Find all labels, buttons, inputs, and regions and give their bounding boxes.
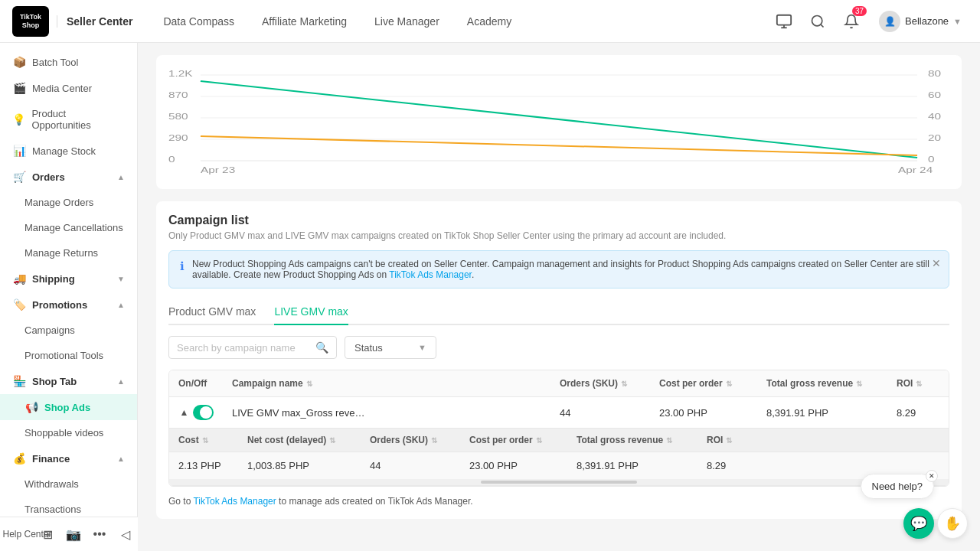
th-orders-sku[interactable]: Orders (SKU) ⇅ <box>550 370 650 396</box>
sidebar-section-orders[interactable]: 🛒 Orders ▲ <box>0 164 137 190</box>
campaign-list-description: Only Product GMV max and LIVE GMV max ca… <box>168 230 949 241</box>
sub-table-header: Cost ⇅ Net cost (delayed) ⇅ Orders (SKU)… <box>169 429 949 452</box>
info-banner-close-button[interactable]: ✕ <box>932 257 941 269</box>
user-avatar: 👤 <box>879 11 900 32</box>
username-label: Bellazone <box>905 15 949 27</box>
sub-sort-cost-icon: ⇅ <box>202 436 208 445</box>
search-input[interactable] <box>177 342 311 354</box>
sidebar-item-shoppable-videos[interactable]: Shoppable videos <box>0 420 137 445</box>
sidebar-item-batch-tool[interactable]: 📦 Batch Tool <box>0 49 137 75</box>
td-expand: ▲ <box>169 397 223 428</box>
sub-td-orders: 44 <box>361 452 460 479</box>
status-select[interactable]: Status ▼ <box>345 336 436 359</box>
nav-items: Data Compass Affiliate Marketing Live Ma… <box>151 9 772 34</box>
help-center-button[interactable]: ❓ Help Center <box>9 523 31 545</box>
sub-th-roi[interactable]: ROI ⇅ <box>697 429 759 452</box>
collapse-sidebar-button[interactable]: ◁ <box>115 523 136 545</box>
campaign-toggle[interactable] <box>193 405 214 420</box>
notification-icon-button[interactable]: 37 <box>839 9 864 34</box>
sub-th-cost[interactable]: Cost ⇅ <box>169 429 238 452</box>
sidebar-item-media-center[interactable]: 🎬 Media Center <box>0 75 137 101</box>
horizontal-scroll-bar[interactable] <box>481 481 637 484</box>
svg-text:Apr 23: Apr 23 <box>201 165 235 174</box>
product-opportunities-icon: 💡 <box>12 113 25 126</box>
sub-th-cost-per-order[interactable]: Cost per order ⇅ <box>460 429 567 452</box>
sidebar-item-withdrawals[interactable]: Withdrawals <box>0 471 137 497</box>
sidebar-section-shipping[interactable]: 🚚 Shipping ▼ <box>0 266 137 292</box>
tiktok-ads-manager-link-footer[interactable]: TikTok Ads Manager <box>193 496 276 507</box>
sidebar-section-finance[interactable]: 💰 Finance ▲ <box>0 445 137 471</box>
sidebar-item-manage-stock[interactable]: 📊 Manage Stock <box>0 138 137 164</box>
info-icon: ℹ <box>180 259 185 273</box>
nav-item-live-manager[interactable]: Live Manager <box>362 9 452 34</box>
sidebar-item-promotional-tools[interactable]: Promotional Tools <box>0 343 137 368</box>
svg-text:40: 40 <box>928 112 941 121</box>
search-icon-button[interactable] <box>805 9 830 34</box>
svg-point-3 <box>812 15 822 25</box>
svg-text:80: 80 <box>928 69 941 78</box>
main-layout: 📦 Batch Tool 🎬 Media Center 💡 Product Op… <box>0 0 980 551</box>
nav-item-affiliate-marketing[interactable]: Affiliate Marketing <box>250 9 359 34</box>
sort-revenue-icon: ⇅ <box>856 380 862 388</box>
sidebar-item-campaigns[interactable]: Campaigns <box>0 318 137 343</box>
nav-item-data-compass[interactable]: Data Compass <box>151 9 247 34</box>
tv-icon-button[interactable] <box>772 9 796 34</box>
sub-table-row: 2.13 PHP 1,003.85 PHP 44 23.00 PHP 8,391… <box>169 452 949 479</box>
performance-chart: 1.2K 870 580 290 0 80 60 40 20 0 <box>168 67 949 174</box>
sub-td-cpo: 23.00 PHP <box>460 452 567 479</box>
sub-th-orders-sku[interactable]: Orders (SKU) ⇅ <box>361 429 460 452</box>
shipping-icon: 🚚 <box>12 272 26 285</box>
grid-icon-button[interactable]: ⊞ <box>37 523 58 545</box>
th-total-gross-revenue[interactable]: Total gross revenue ⇅ <box>757 370 887 396</box>
sidebar-section-shop-tab[interactable]: 🏪 Shop Tab ▲ <box>0 368 137 394</box>
orders-expand-icon: ▲ <box>117 173 125 181</box>
sidebar-item-manage-orders[interactable]: Manage Orders <box>0 190 137 215</box>
camera-icon-button[interactable]: 📷 <box>63 523 84 545</box>
user-area[interactable]: 👤 Bellazone ▼ <box>873 8 968 35</box>
svg-text:0: 0 <box>928 155 935 164</box>
sort-cost-icon: ⇅ <box>726 380 732 388</box>
chat-button[interactable]: 💬 <box>903 508 934 539</box>
status-select-label: Status <box>354 342 383 354</box>
td-total-gross-revenue: 8,391.91 PHP <box>757 399 887 426</box>
td-cost-per-order: 23.00 PHP <box>650 399 757 426</box>
status-select-arrow-icon: ▼ <box>418 343 426 352</box>
svg-text:870: 870 <box>168 90 188 99</box>
logo-area[interactable]: TikTokShop Seller Center <box>12 6 132 37</box>
sidebar-section-promotions[interactable]: 🏷️ Promotions ▲ <box>0 292 137 318</box>
sub-th-revenue[interactable]: Total gross revenue ⇅ <box>567 429 697 452</box>
sidebar-item-manage-cancellations[interactable]: Manage Cancellations <box>0 215 137 240</box>
campaign-name-text: LIVE GMV max_Gross revenue_... <box>232 407 370 419</box>
svg-text:0: 0 <box>168 155 175 164</box>
tiktok-ads-manager-link-banner[interactable]: TikTok Ads Manager <box>389 269 472 280</box>
help-widget-close-button[interactable]: ✕ <box>926 470 938 482</box>
table-header-row: On/Off Campaign name ⇅ Orders (SKU) ⇅ Co… <box>169 370 949 397</box>
sidebar-item-product-opportunities[interactable]: 💡 Product Opportunities <box>0 101 137 138</box>
shipping-expand-icon: ▼ <box>117 275 125 283</box>
tab-live-gmv-max[interactable]: LIVE GMV max <box>274 299 348 325</box>
row-expand-button[interactable]: ▲ <box>178 405 190 420</box>
help-widget[interactable]: Need help? ✕ <box>861 474 935 499</box>
sidebar-item-manage-returns[interactable]: Manage Returns <box>0 240 137 266</box>
th-campaign-name[interactable]: Campaign name ⇅ <box>223 370 550 396</box>
th-roi[interactable]: ROI ⇅ <box>887 370 949 396</box>
more-icon-button[interactable]: ••• <box>89 523 110 545</box>
sort-orders-icon: ⇅ <box>621 380 627 388</box>
campaign-tabs: Product GMV max LIVE GMV max <box>168 299 949 325</box>
svg-text:290: 290 <box>168 133 188 142</box>
svg-text:580: 580 <box>168 112 188 121</box>
search-box[interactable]: 🔍 <box>168 336 337 359</box>
sidebar-item-shop-ads[interactable]: 📢 Shop Ads <box>0 394 137 420</box>
media-center-icon: 🎬 <box>12 82 26 94</box>
campaign-list-title: Campaign list <box>168 214 949 227</box>
tiktok-shop-logo: TikTokShop <box>12 6 49 37</box>
tab-product-gmv-max[interactable]: Product GMV max <box>168 299 256 325</box>
nav-item-academy[interactable]: Academy <box>455 9 524 34</box>
th-cost-per-order[interactable]: Cost per order ⇅ <box>650 370 757 396</box>
help-widget-label: Need help? <box>872 481 923 492</box>
hand-button[interactable]: ✋ <box>937 508 968 539</box>
svg-text:1.2K: 1.2K <box>168 69 193 78</box>
seller-center-label: Seller Center <box>57 15 132 28</box>
sub-th-net-cost[interactable]: Net cost (delayed) ⇅ <box>238 429 361 452</box>
search-icon: 🔍 <box>315 341 328 354</box>
